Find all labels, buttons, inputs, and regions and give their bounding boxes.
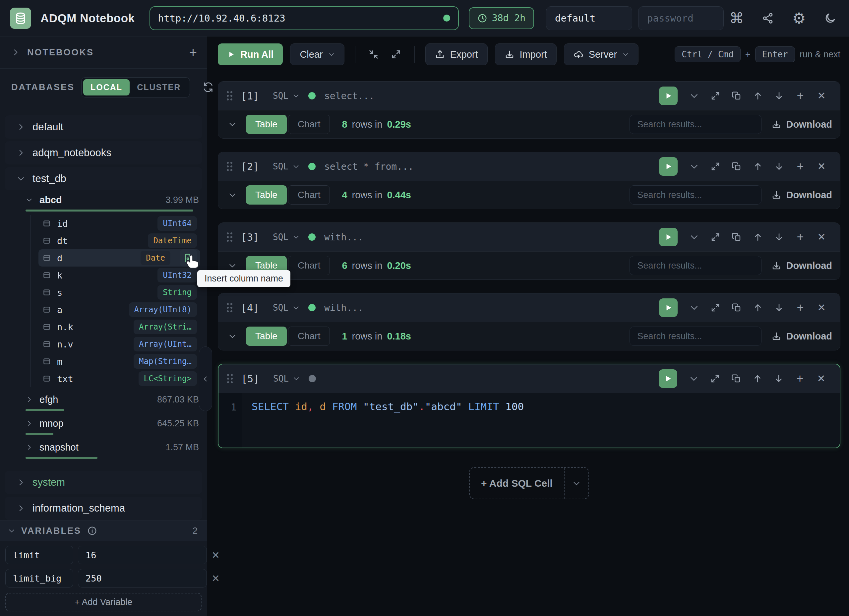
db-row-test-db[interactable]: test_db	[4, 167, 202, 190]
table-row-mnop[interactable]: mnop 645.25 KB	[25, 415, 200, 433]
cell-language-select[interactable]: SQL	[273, 303, 300, 313]
drag-handle-icon[interactable]	[227, 233, 232, 242]
password-field[interactable]	[638, 6, 724, 30]
download-button[interactable]: Download	[772, 331, 832, 342]
shortcuts-icon[interactable]: ⌘	[730, 11, 743, 25]
server-url-input[interactable]	[158, 13, 438, 24]
toggle-cluster[interactable]: CLUSTER	[130, 79, 188, 95]
column-row-d[interactable]: d Date	[39, 249, 200, 267]
tab-table[interactable]: Table	[246, 115, 287, 134]
variables-header[interactable]: VARIABLES 2	[0, 521, 207, 541]
delete-cell-icon[interactable]: ✕	[811, 298, 832, 317]
search-results-input[interactable]	[630, 256, 761, 275]
collapse-results-icon[interactable]	[228, 261, 237, 270]
cell-language-select[interactable]: SQL	[273, 91, 300, 101]
add-cell-icon[interactable]: +	[789, 87, 811, 105]
column-row-k[interactable]: k UInt32	[39, 267, 200, 284]
delete-cell-icon[interactable]: ✕	[811, 228, 832, 246]
table-row-snapshot[interactable]: snapshot 1.57 MB	[25, 438, 200, 456]
tab-chart[interactable]: Chart	[288, 327, 330, 346]
tab-table[interactable]: Table	[246, 327, 287, 346]
collapse-all-icon[interactable]	[366, 47, 381, 62]
refresh-icon[interactable]	[203, 82, 214, 93]
move-cell-down-icon[interactable]	[768, 369, 789, 388]
dark-mode-moon-icon[interactable]	[823, 11, 837, 25]
cell-language-select[interactable]: SQL	[273, 374, 300, 383]
chevron-down-icon[interactable]	[684, 87, 705, 105]
download-button[interactable]: Download	[772, 189, 832, 201]
drag-handle-icon[interactable]	[227, 303, 232, 312]
column-row-a[interactable]: a Array(UInt8)	[39, 301, 200, 318]
expand-cell-icon[interactable]	[705, 228, 726, 246]
chevron-down-icon[interactable]	[684, 298, 705, 317]
variable-name-input[interactable]	[5, 569, 73, 588]
expand-all-icon[interactable]	[389, 47, 404, 62]
remove-variable-icon[interactable]: ✕	[212, 549, 220, 561]
table-row-abcd[interactable]: abcd 3.99 MB	[25, 191, 200, 209]
duplicate-cell-icon[interactable]	[726, 369, 747, 388]
db-row-default[interactable]: default	[4, 115, 202, 139]
download-button[interactable]: Download	[772, 260, 832, 271]
move-cell-up-icon[interactable]	[747, 369, 768, 388]
db-row-adqm-notebooks[interactable]: adqm_notebooks	[4, 141, 202, 164]
cell-language-select[interactable]: SQL	[273, 161, 300, 172]
add-cell-icon[interactable]: +	[789, 157, 811, 176]
import-button[interactable]: Import	[495, 43, 557, 65]
expand-cell-icon[interactable]	[705, 298, 726, 317]
delete-cell-icon[interactable]: ✕	[811, 157, 832, 176]
table-row-efgh[interactable]: efgh 867.03 KB	[25, 391, 200, 409]
server-url-field[interactable]	[149, 6, 459, 30]
settings-gear-icon[interactable]: ⚙	[792, 11, 806, 25]
chevron-down-icon[interactable]	[684, 157, 705, 176]
drag-handle-icon[interactable]	[227, 162, 232, 171]
add-notebook-button[interactable]: +	[189, 46, 197, 59]
sql-editor[interactable]: 1 SELECT id, d FROM "test_db"."abcd" LIM…	[219, 393, 840, 447]
expand-cell-icon[interactable]	[705, 369, 726, 388]
add-cell-icon[interactable]: +	[789, 298, 811, 317]
add-sql-cell-button[interactable]: + Add SQL Cell	[469, 467, 589, 499]
add-cell-icon[interactable]: +	[789, 369, 810, 388]
column-row-m[interactable]: m Map(String…	[39, 353, 200, 370]
move-cell-up-icon[interactable]	[747, 87, 769, 105]
search-results-input[interactable]	[630, 327, 761, 346]
add-variable-button[interactable]: + Add Variable	[5, 593, 201, 612]
column-row-dt[interactable]: dt DateTime	[39, 232, 200, 249]
variable-value-input[interactable]	[78, 546, 207, 564]
add-cell-icon[interactable]: +	[789, 228, 811, 246]
info-icon[interactable]	[87, 526, 97, 536]
search-results-input[interactable]	[630, 185, 761, 204]
run-cell-button[interactable]	[659, 87, 678, 105]
duplicate-cell-icon[interactable]	[726, 87, 747, 105]
duplicate-cell-icon[interactable]	[726, 157, 747, 176]
cell-language-select[interactable]: SQL	[273, 232, 300, 242]
clear-button[interactable]: Clear	[290, 43, 344, 65]
db-row-information-schema[interactable]: information_schema	[4, 497, 202, 520]
column-row-s[interactable]: s String	[39, 284, 200, 301]
sql-code-line[interactable]: SELECT id, d FROM "test_db"."abcd" LIMIT…	[242, 393, 524, 447]
chevron-down-icon[interactable]	[683, 369, 705, 388]
remove-variable-icon[interactable]: ✕	[212, 573, 220, 584]
download-button[interactable]: Download	[772, 119, 832, 130]
move-cell-up-icon[interactable]	[747, 228, 769, 246]
move-cell-down-icon[interactable]	[769, 157, 789, 176]
db-row-system[interactable]: system	[4, 471, 202, 494]
delete-cell-icon[interactable]: ✕	[810, 369, 832, 388]
duplicate-cell-icon[interactable]	[726, 228, 747, 246]
share-icon[interactable]	[761, 11, 775, 25]
search-results-input[interactable]	[630, 115, 761, 134]
drag-handle-icon[interactable]	[227, 91, 232, 100]
run-all-button[interactable]: Run All	[218, 43, 283, 65]
collapse-results-icon[interactable]	[228, 120, 237, 129]
tab-chart[interactable]: Chart	[288, 185, 330, 204]
column-row-nv[interactable]: n.v Array(UInt…	[39, 336, 200, 353]
add-cell-options-chevron-icon[interactable]	[564, 468, 588, 499]
collapse-results-icon[interactable]	[228, 332, 237, 340]
move-cell-down-icon[interactable]	[769, 298, 789, 317]
expand-cell-icon[interactable]	[705, 87, 726, 105]
run-cell-button[interactable]	[659, 157, 678, 176]
expand-cell-icon[interactable]	[705, 157, 726, 176]
tab-chart[interactable]: Chart	[288, 256, 330, 275]
run-cell-button[interactable]	[659, 369, 677, 388]
sidebar-collapse-handle[interactable]	[199, 346, 212, 411]
column-row-id[interactable]: id UInt64	[39, 215, 200, 232]
